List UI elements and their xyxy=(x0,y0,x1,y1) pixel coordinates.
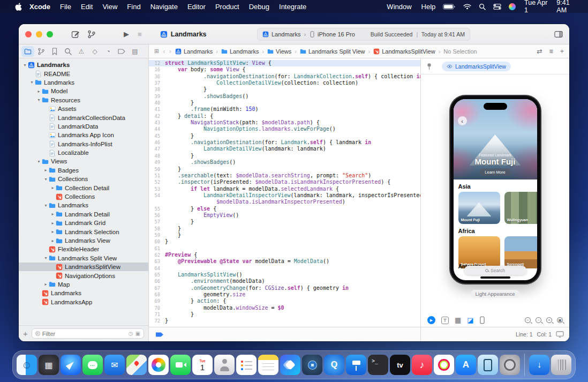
dock-keynote[interactable] xyxy=(346,355,366,375)
code-line[interactable]: 55} else { xyxy=(149,206,420,212)
code-line[interactable]: 67.onGeometryChange(for: CGSize.self) { … xyxy=(149,285,420,291)
display-icon[interactable] xyxy=(556,331,564,338)
landmark-card[interactable]: Wulingyuan xyxy=(504,192,537,224)
file-row-navigationoptions[interactable]: NavigationOptions xyxy=(19,271,148,280)
code-line[interactable]: 44NavigationOptions.landmarks.viewForPag… xyxy=(149,126,420,132)
file-row-landmarks-view[interactable]: ▸Landmarks View xyxy=(19,236,148,245)
dock-downloads[interactable] xyxy=(529,355,549,375)
dock-fitness[interactable] xyxy=(434,355,454,375)
variants-grid-icon[interactable]: ▦ xyxy=(455,316,461,324)
dock-finder[interactable] xyxy=(17,355,37,375)
add-file-button[interactable]: + xyxy=(23,329,28,338)
navigator-tab-bookmarks[interactable] xyxy=(48,46,61,57)
dock-quicktime[interactable] xyxy=(324,355,344,375)
disclosure-icon[interactable]: ▸ xyxy=(36,89,42,94)
menu-editor[interactable]: Editor xyxy=(187,3,206,11)
build-status[interactable]: Build Succeeded | Today at 9:41 AM xyxy=(371,31,465,38)
disclosure-icon[interactable]: ▸ xyxy=(50,229,56,234)
dock-messages[interactable] xyxy=(82,355,103,375)
disclosure-icon[interactable]: ▸ xyxy=(50,212,56,216)
breadcrumb-landmarks-split-view[interactable]: Landmarks Split View xyxy=(300,48,365,55)
inspector-toggle-icon[interactable] xyxy=(554,30,563,39)
back-button[interactable]: ‹ xyxy=(458,116,467,125)
file-row-landmarks-infoplist[interactable]: Landmarks-InfoPlist xyxy=(19,140,148,148)
file-row-collections[interactable]: ▾Collections xyxy=(19,175,148,183)
file-row-landmarkdata[interactable]: LandmarkData xyxy=(19,122,148,131)
menu-view[interactable]: View xyxy=(102,3,117,11)
disclosure-icon[interactable]: ▾ xyxy=(22,63,28,68)
dock-maps[interactable] xyxy=(126,355,147,375)
source-editor[interactable]: 12struct LandmarksSplitView: View {16var… xyxy=(149,58,420,341)
menu-product[interactable]: Product xyxy=(215,3,239,11)
filter-input[interactable] xyxy=(42,331,126,337)
dock-safari[interactable] xyxy=(61,355,81,375)
disclosure-icon[interactable]: ▾ xyxy=(43,177,49,182)
recents-filter-icon[interactable]: ◷ xyxy=(129,331,133,336)
file-row-landmarks-split-view[interactable]: ▾Landmarks Split View xyxy=(19,254,148,263)
disclosure-icon[interactable]: ▾ xyxy=(43,256,49,260)
window-tab[interactable]: Landmarks xyxy=(160,31,207,38)
dock-tv[interactable] xyxy=(390,355,410,375)
navigator-tab-find[interactable] xyxy=(62,46,74,57)
file-row-collections[interactable]: Collections xyxy=(19,192,148,201)
dock-facetime[interactable] xyxy=(170,355,191,375)
minimize-button[interactable] xyxy=(36,31,42,38)
code-line[interactable]: 64 xyxy=(149,265,420,272)
dock-terminal[interactable] xyxy=(368,355,388,375)
device-settings-icon[interactable] xyxy=(480,316,485,324)
code-line[interactable]: 54LandmarkDetailInspectorView(landmark: … xyxy=(149,192,420,199)
file-row-landmarks-app-icon[interactable]: Landmarks App Icon xyxy=(19,131,148,139)
forward-icon[interactable]: › xyxy=(169,47,171,55)
code-line[interactable]: 37CollectionDetailView(collection: colle… xyxy=(149,80,420,86)
code-line[interactable]: 46.navigationDestination(for: Landmark.s… xyxy=(149,139,420,146)
code-line[interactable]: 38} xyxy=(149,86,420,93)
file-row-collection-detail[interactable]: ▸Collection Detail xyxy=(19,183,148,192)
menu-bar-time[interactable]: 9:41 AM xyxy=(556,0,581,14)
color-scheme-variants-icon[interactable]: ◪ xyxy=(467,316,473,324)
file-row-localizable[interactable]: Localizable xyxy=(19,148,148,157)
breadcrumb-landmarks[interactable]: Landmarks xyxy=(221,48,259,55)
menu-bar-date[interactable]: Tue Apr 1 xyxy=(524,0,552,14)
file-row-badges[interactable]: ▸Badges xyxy=(19,166,148,175)
file-row-landmarks[interactable]: ▾Landmarks xyxy=(19,201,148,209)
code-review-icon[interactable]: ⇄ xyxy=(537,47,542,55)
code-line[interactable]: 57} xyxy=(149,219,420,225)
filter-field[interactable]: ◷ ▣ xyxy=(32,328,144,339)
code-line[interactable]: 65LandmarksSplitView() xyxy=(149,272,420,278)
menu-help[interactable]: Help xyxy=(421,3,436,11)
code-line[interactable]: 72} xyxy=(149,318,420,324)
add-editor-icon[interactable]: + xyxy=(560,48,564,55)
zoom-out-icon[interactable]: − xyxy=(525,317,531,323)
battery-icon[interactable] xyxy=(443,4,456,10)
compose-icon[interactable] xyxy=(71,30,80,39)
menu-navigate[interactable]: Navigate xyxy=(150,3,178,11)
code-line[interactable]: 51.searchable(text: $modelData.searchStr… xyxy=(149,173,420,179)
code-line[interactable]: 40} xyxy=(149,100,420,106)
apple-menu-icon[interactable] xyxy=(15,3,22,11)
code-line[interactable]: 47LandmarkDetailView(landmark: landmark) xyxy=(149,146,420,152)
app-menu-xcode[interactable]: Xcode xyxy=(29,3,50,11)
navigator-tab-debug[interactable]: ◔ xyxy=(102,46,115,57)
dock-iphone-mirroring[interactable] xyxy=(478,355,498,375)
file-row-landmarks[interactable]: ▾Landmarks xyxy=(19,78,148,87)
disclosure-icon[interactable]: ▾ xyxy=(36,98,42,102)
dock-shortcuts[interactable] xyxy=(280,355,300,375)
destination-menu[interactable]: iPhone 16 Pro xyxy=(318,31,355,38)
disclosure-icon[interactable]: ▸ xyxy=(50,185,56,190)
code-line[interactable]: 63@Previewable @State var modelData = Mo… xyxy=(149,258,420,265)
code-line[interactable]: 48} xyxy=(149,153,420,159)
code-line[interactable]: 12struct LandmarksSplitView: View { xyxy=(149,60,420,66)
code-line[interactable]: 60} xyxy=(149,238,420,245)
code-line[interactable]: 42} detail: { xyxy=(149,113,420,119)
dock-settings[interactable] xyxy=(500,355,520,375)
code-line[interactable]: 16var body: some View { xyxy=(149,66,420,73)
search-icon[interactable] xyxy=(479,3,486,10)
dock-trash[interactable] xyxy=(551,355,571,375)
disclosure-icon[interactable]: ▾ xyxy=(36,159,42,164)
menu-find[interactable]: Find xyxy=(127,3,140,11)
zoom-button[interactable] xyxy=(47,31,53,38)
live-preview-button[interactable]: ▶ xyxy=(427,316,435,324)
code-line[interactable]: 41.frame(minWidth: 150) xyxy=(149,106,420,113)
code-line[interactable]: 68geometry.size xyxy=(149,291,420,298)
disclosure-icon[interactable]: ▾ xyxy=(43,203,49,208)
